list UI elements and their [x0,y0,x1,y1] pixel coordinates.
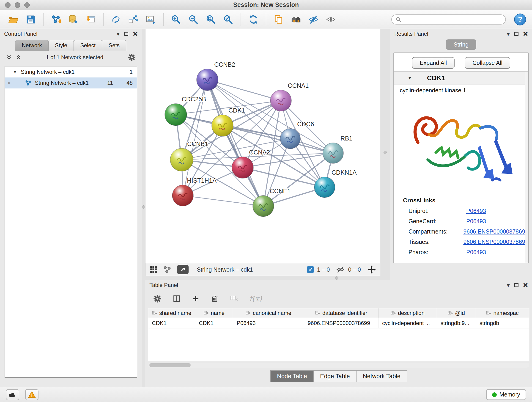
network-collection-row[interactable]: ▼ String Network – cdk1 1 [5,66,137,77]
import-table-button[interactable] [83,12,98,27]
table-settings-gear-icon[interactable] [153,294,162,303]
home-view-button[interactable] [289,12,303,27]
column-header-id[interactable]: @id [437,308,476,318]
table-cell[interactable]: stringdb [476,318,529,328]
close-panel-icon[interactable]: × [523,30,528,38]
panel-menu-icon[interactable]: ▾ [507,31,510,37]
float-panel-icon[interactable] [514,283,519,287]
save-session-button[interactable] [23,12,38,27]
show-columns-icon[interactable] [172,294,181,303]
crosslink-link[interactable]: P06493 [466,208,486,214]
show-graphics-button[interactable] [323,12,338,27]
table-row[interactable]: CDK1 CDK1 P06493 9606.ENSP00000378699 cy… [148,318,529,328]
zoom-in-button[interactable] [169,12,183,27]
tab-select[interactable]: Select [74,40,102,51]
network-node-CCNA2[interactable] [232,157,253,178]
zoom-out-button[interactable] [186,12,201,27]
float-panel-icon[interactable] [514,32,519,36]
results-scrollbar[interactable] [525,71,528,263]
memory-button[interactable]: Memory [486,389,526,400]
open-session-button[interactable] [6,12,21,27]
tab-edge-table[interactable]: Edge Table [313,370,356,382]
detach-view-button[interactable] [177,265,189,274]
panel-menu-icon[interactable]: ▾ [507,282,510,288]
close-panel-icon[interactable]: × [523,281,528,289]
tab-network[interactable]: Network [15,40,49,51]
disclosure-triangle-icon[interactable]: ▼ [408,76,412,81]
import-network-file-button[interactable] [49,12,63,27]
crosslink-link[interactable]: P06493 [466,249,486,255]
float-panel-icon[interactable] [124,32,128,36]
crosslink-link[interactable]: 9606.ENSP00000378699 [463,228,528,235]
selected-checkbox-icon[interactable] [307,266,314,273]
tab-network-table[interactable]: Network Table [356,370,407,382]
crosslink-link[interactable]: P06493 [466,218,486,225]
panel-menu-icon[interactable]: ▾ [117,31,120,37]
warnings-button[interactable] [25,389,38,400]
scrollbar-thumb[interactable] [149,363,191,367]
tab-node-table[interactable]: Node Table [270,370,314,382]
string-results-tab[interactable]: String [446,39,476,50]
network-node-CDKN1A[interactable] [314,177,335,198]
table-cell[interactable]: P06493 [233,318,304,328]
network-node-CCNB2[interactable] [196,69,218,90]
network-node-CDC25B[interactable] [165,104,187,126]
cloud-status-button[interactable] [6,389,19,400]
column-header-shared-name[interactable]: shared name [148,308,195,318]
expand-all-button[interactable]: Expand All [412,57,455,69]
grid-view-icon[interactable] [150,266,157,274]
splitter-handle[interactable] [384,151,387,154]
new-network-button[interactable] [109,12,123,27]
import-network-database-button[interactable] [66,12,81,27]
table-cell[interactable]: CDK1 [195,318,233,328]
gear-icon[interactable] [128,53,136,61]
protein-card-header[interactable]: ▼ CDK1 [394,71,528,85]
table-cell[interactable]: CDK1 [148,318,195,328]
network-edge[interactable] [183,196,263,206]
network-view-canvas[interactable]: CCNB2CCNA1CDC25BCDK1CDC6RB1CCNB1CCNA2CDK… [145,29,380,263]
column-header-canonical-name[interactable]: canonical name [233,308,304,318]
table-horizontal-scrollbar[interactable] [148,363,529,368]
network-node-CCNA1[interactable] [270,90,291,111]
network-node-CCNE1[interactable] [253,196,274,217]
toolbar-search[interactable] [391,14,506,25]
column-header-description[interactable]: description [379,308,437,318]
help-button[interactable]: ? [514,13,526,26]
minimize-window-button[interactable] [15,2,20,8]
collapse-all-icon[interactable] [6,54,12,60]
collapse-all-button[interactable]: Collapse All [465,57,510,69]
delete-column-trash-icon[interactable] [210,294,219,303]
export-image-button[interactable] [143,12,158,27]
close-panel-icon[interactable]: × [133,30,138,38]
disclosure-triangle-icon[interactable]: ▼ [13,70,17,75]
splitter-handle[interactable] [335,276,338,280]
network-graph[interactable]: CCNB2CCNA1CDC25BCDK1CDC6RB1CCNB1CCNA2CDK… [146,29,380,263]
expand-all-icon[interactable] [16,54,22,60]
refresh-button[interactable] [246,12,261,27]
network-node-HIST1H1A[interactable] [172,185,193,206]
birdseye-view-icon[interactable] [163,266,171,274]
crosslink-link[interactable]: 9606.ENSP00000378699 [463,239,528,245]
zoom-window-button[interactable] [24,2,30,8]
zoom-selected-button[interactable] [221,12,235,27]
network-node-RB1[interactable] [323,143,343,163]
table-cell[interactable]: 9606.ENSP00000378699 [304,318,379,328]
network-edge[interactable] [207,80,263,206]
network-from-table-button[interactable] [126,12,141,27]
network-node-CDK1[interactable] [212,115,233,136]
copy-document-button[interactable] [271,12,286,27]
network-node-CCNB1[interactable] [170,148,193,171]
tab-sets[interactable]: Sets [102,40,126,51]
column-header-namespace[interactable]: namespac [476,308,529,318]
search-input[interactable] [404,16,502,23]
splitter-handle[interactable] [142,205,145,209]
close-window-button[interactable] [5,2,11,8]
hidden-eye-slash-icon[interactable] [336,266,345,274]
add-column-plus-icon[interactable] [191,294,200,303]
zoom-fit-button[interactable] [203,12,218,27]
table-cell[interactable]: stringdb:9... [437,318,476,328]
network-node-CDC6[interactable] [280,128,300,149]
table-cell[interactable]: cyclin-dependent ... [379,318,437,328]
column-header-name[interactable]: name [195,308,233,318]
toggle-annotations-button[interactable] [306,12,321,27]
